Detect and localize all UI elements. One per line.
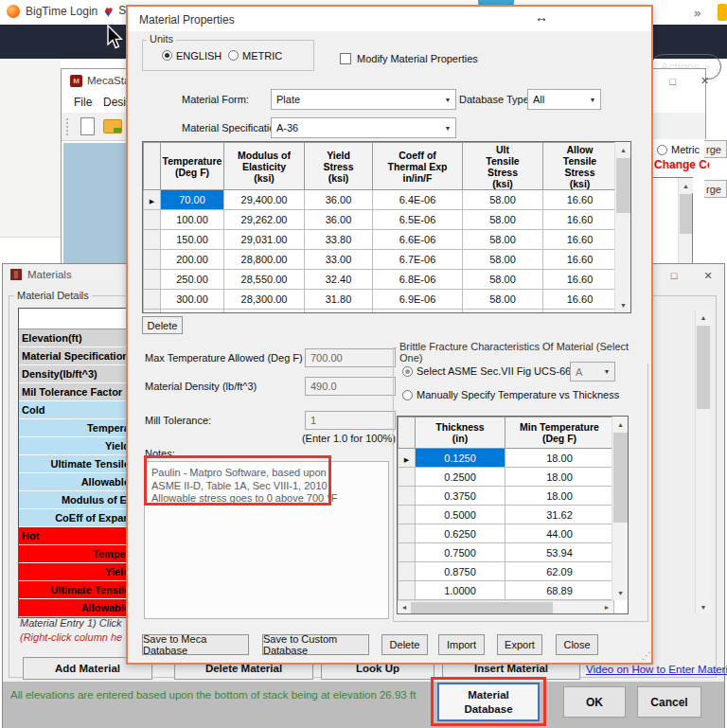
density-field[interactable]: 490.0 xyxy=(305,377,396,396)
cell-allow[interactable]: 16.60 xyxy=(543,250,617,270)
material-detail-row[interactable]: Modulus of El xyxy=(19,491,133,509)
col-header-allow[interactable]: Allow Tensile Stress (ksi) xyxy=(543,143,617,190)
cell-min-temp[interactable]: 18.00 xyxy=(505,468,614,487)
material-detail-row[interactable]: Material Specification xyxy=(19,347,133,365)
cell-thickness[interactable]: 0.8750 xyxy=(416,562,505,581)
cell-yield[interactable]: 36.00 xyxy=(305,190,373,210)
cell-modulus[interactable]: 29,031.00 xyxy=(224,230,305,250)
bookmarks-overflow-icon[interactable]: » xyxy=(694,6,700,20)
row-selector[interactable] xyxy=(399,468,416,487)
close-button[interactable]: Close xyxy=(556,634,598,655)
maximize-icon[interactable]: □ xyxy=(665,268,683,283)
thickness-hscrollbar[interactable]: ◄ ► xyxy=(398,600,613,613)
close-icon[interactable]: ✕ xyxy=(700,268,717,283)
col-header-ult[interactable]: Ult Tensile Stress (ksi) xyxy=(463,143,543,190)
change-color-link[interactable]: Change Colo xyxy=(654,158,709,171)
materials-scrollbar[interactable]: ▲ ▼ xyxy=(695,310,710,614)
cell-temperature[interactable]: 150.00 xyxy=(161,230,224,250)
save-custom-db-button[interactable]: Save to Custom Database xyxy=(262,634,369,655)
material-detail-row[interactable]: Density(lb/ft^3) xyxy=(19,365,133,383)
scroll-down-icon[interactable]: ▼ xyxy=(615,297,631,312)
modify-checkbox[interactable] xyxy=(340,53,351,64)
row-selector[interactable] xyxy=(144,230,161,250)
cell-min-temp[interactable]: 18.00 xyxy=(505,487,614,506)
cell-modulus[interactable]: 28,100.00 xyxy=(224,310,305,314)
scrollbar-thumb[interactable] xyxy=(616,158,630,213)
delete-row-button[interactable]: Delete xyxy=(142,316,183,334)
cell-ult[interactable]: 58.00 xyxy=(463,190,543,210)
save-meca-db-button[interactable]: Save to Meca Database xyxy=(142,634,249,655)
row-selector[interactable] xyxy=(399,581,416,600)
english-radio[interactable] xyxy=(162,50,172,61)
cell-thickness[interactable]: 0.2500 xyxy=(416,468,505,487)
material-form-select[interactable]: Plate ▼ xyxy=(271,89,456,110)
scroll-down-icon[interactable]: ▼ xyxy=(612,585,629,600)
mill-tolerance-field[interactable]: 1 xyxy=(305,411,396,430)
cell-yield[interactable]: 36.00 xyxy=(305,210,373,230)
import-button[interactable]: Import xyxy=(438,634,485,655)
edge-button-partial-1[interactable]: rge xyxy=(704,140,727,158)
cell-temperature[interactable]: 100.00 xyxy=(161,210,224,230)
cell-allow[interactable]: 16.60 xyxy=(543,190,617,210)
cell-modulus[interactable]: 29,400.00 xyxy=(224,190,305,210)
col-header-coeff[interactable]: Coeff of Thermal Exp in/in/F xyxy=(373,143,463,190)
row-selector[interactable] xyxy=(399,562,416,581)
row-selector[interactable] xyxy=(144,190,161,210)
scrollbar-thumb[interactable] xyxy=(697,326,710,409)
cell-temperature[interactable]: 250.00 xyxy=(161,270,224,290)
row-selector[interactable] xyxy=(399,506,416,524)
cell-modulus[interactable]: 28,300.00 xyxy=(224,290,305,310)
material-detail-row[interactable]: Allowable xyxy=(19,473,133,491)
delete-button[interactable]: Delete xyxy=(381,634,428,655)
cell-ult[interactable]: 58.00 xyxy=(463,270,543,290)
scrollbar-thumb[interactable] xyxy=(411,602,553,613)
cell-modulus[interactable]: 29,262.00 xyxy=(224,210,305,230)
material-detail-row[interactable]: Cold xyxy=(19,401,133,419)
cell-allow[interactable]: 16.60 xyxy=(543,210,617,230)
material-detail-row[interactable]: Elevation(ft) xyxy=(19,329,133,347)
scroll-right-icon[interactable]: ► xyxy=(600,601,613,614)
scrollbar-thumb[interactable] xyxy=(680,194,692,234)
close-icon[interactable]: ✕ xyxy=(697,74,713,88)
new-file-icon[interactable] xyxy=(80,117,95,135)
cell-allow[interactable]: 16.60 xyxy=(543,290,617,310)
cell-yield[interactable]: 33.80 xyxy=(305,230,373,250)
scrollbar-thumb[interactable] xyxy=(613,433,628,523)
cell-thickness[interactable]: 0.6250 xyxy=(416,524,505,543)
cell-min-temp[interactable]: 31.62 xyxy=(505,506,614,524)
row-selector[interactable] xyxy=(144,250,161,270)
cancel-button[interactable]: Cancel xyxy=(637,686,701,718)
cell-coeff[interactable]: 6.7E-06 xyxy=(373,250,463,270)
cell-coeff[interactable]: 6.5E-06 xyxy=(373,210,463,230)
col-header-modulus[interactable]: Modulus of Elasticity (ksi) xyxy=(224,143,305,190)
cell-thickness[interactable]: 0.3750 xyxy=(416,487,505,506)
cell-coeff[interactable]: 6.8E-06 xyxy=(373,270,463,290)
cell-allow[interactable]: 16.60 xyxy=(543,310,617,314)
dialog-titlebar[interactable]: Material Properties ↔ xyxy=(128,7,651,31)
resize-grip-icon[interactable]: ⋰ xyxy=(642,650,651,661)
scroll-up-icon[interactable]: ▲ xyxy=(679,178,693,193)
edge-button-partial-2[interactable]: rge xyxy=(704,180,727,198)
cell-ult[interactable]: 58.00 xyxy=(463,230,543,250)
material-detail-row[interactable]: Ultimate Tensile xyxy=(19,581,133,599)
material-detail-row[interactable]: Yield xyxy=(19,437,133,455)
ok-button[interactable]: OK xyxy=(563,686,626,718)
cell-yield[interactable]: 32.40 xyxy=(305,270,373,290)
cell-ult[interactable]: 58.00 xyxy=(463,290,543,310)
col-header-temperature[interactable]: Temperature (Deg F) xyxy=(161,143,224,190)
material-detail-row[interactable]: Ultimate Tensile xyxy=(19,455,133,473)
cell-temperature[interactable]: 350.00 xyxy=(161,310,224,314)
video-link[interactable]: Video on How to Enter Material xyxy=(586,664,727,675)
row-selector[interactable] xyxy=(144,310,161,314)
material-detail-row[interactable]: Hot xyxy=(19,527,133,545)
manual-temp-radio[interactable] xyxy=(402,390,413,400)
cell-allow[interactable]: 16.60 xyxy=(543,230,617,250)
material-detail-row[interactable]: Allowable xyxy=(19,599,133,617)
scroll-left-icon[interactable]: ◄ xyxy=(398,601,411,614)
material-detail-row[interactable]: CoEff of Expan xyxy=(19,509,133,527)
cell-coeff[interactable]: 6.9E-06 xyxy=(373,290,463,310)
open-file-icon[interactable] xyxy=(103,119,122,133)
material-detail-row[interactable]: Mil Tolerance Factor xyxy=(19,383,133,401)
cell-thickness[interactable]: 0.1250 xyxy=(416,449,505,468)
cell-modulus[interactable]: 28,800.00 xyxy=(224,250,305,270)
